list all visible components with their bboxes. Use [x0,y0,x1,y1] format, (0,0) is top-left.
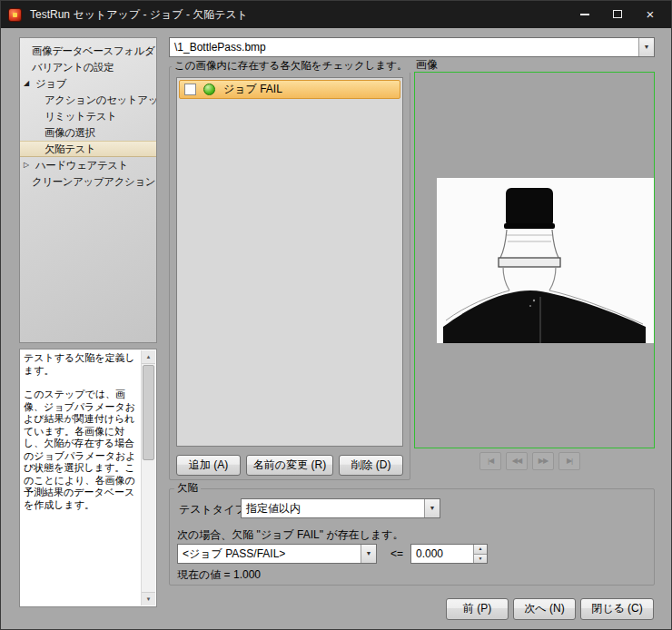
close-button[interactable]: × [638,5,662,24]
last-image-button[interactable]: ▶| [558,452,580,470]
add-button[interactable]: 追加 (A) [176,455,241,476]
maximize-button[interactable] [606,5,629,24]
test-type-dropdown[interactable]: 指定値以内 ▼ [241,498,440,518]
sidebar-item-cleanup-action[interactable]: クリーンアップアクション [20,173,156,190]
parameter-value: <ジョブ PASS/FAIL> [183,545,285,563]
bottle-image [415,73,654,448]
next-button[interactable]: 次へ (N) [513,598,576,620]
parameter-dropdown[interactable]: <ジョブ PASS/FAIL> ▼ [177,544,377,564]
sidebar-item-defect-test[interactable]: 欠陥テスト [20,141,156,157]
test-type-value: 指定値以内 [246,499,301,517]
minimize-icon [580,14,589,15]
checklist-group-label: この画像内に存在する各欠陥をチェックします。 [172,59,410,73]
previous-button[interactable]: 前 (P) [446,598,509,620]
sidebar-item-label: ハードウェアテスト [20,160,128,171]
defect-checkbox[interactable] [184,84,196,95]
threshold-value: 0.000 [416,545,443,563]
sidebar-item-image-selection[interactable]: 画像の選択 [20,124,156,141]
spin-down-icon[interactable]: ▼ [473,554,487,564]
sidebar-item-label: リミットテスト [20,111,117,122]
image-file-dropdown[interactable]: \1_BottlePass.bmp ▼ [169,37,655,57]
operator-label: <= [390,547,403,560]
test-type-label: テストタイプ: [179,502,249,517]
window-controls: × [573,5,662,24]
defect-list-item[interactable]: ジョブ FAIL [179,80,400,99]
image-display [414,72,655,448]
spinner-buttons: ▲ ▼ [473,545,487,563]
defect-item-label: ジョブ FAIL [223,82,282,97]
defect-list: ジョブ FAIL [176,77,403,447]
description-panel: テストする欠陥を定義します。 このステップでは、画像、ジョブパラメータおよび結果… [19,349,157,607]
current-value-text: 現在の値 = 1.000 [177,567,261,583]
window-title: TestRun セットアップ - ジョブ - 欠陥テスト [30,7,248,23]
sidebar-item-label: アクションのセットアップ [20,94,157,105]
defect-condition-group: 欠陥 テストタイプ: 指定値以内 ▼ 次の場合、欠陥 "ジョブ FAIL" が存… [169,488,655,586]
dropdown-arrow-icon[interactable]: ▼ [361,545,376,563]
collapse-arrow-icon[interactable]: ▷ [24,157,29,173]
description-text: テストする欠陥を定義します。 このステップでは、画像、ジョブパラメータおよび結果… [24,352,139,604]
sidebar-item-label: 画像データベースフォルダ [20,45,154,56]
defect-checklist-group: この画像内に存在する各欠陥をチェックします。 ジョブ FAIL 追加 (A) 名… [169,66,410,480]
image-file-value: \1_BottlePass.bmp [174,38,266,56]
setup-step-tree: 画像データベースフォルダ バリアントの設定 ◢ジョブ アクションのセットアップ … [19,37,157,343]
threshold-spinner[interactable]: 0.000 ▲ ▼ [410,544,488,564]
condition-text: 次の場合、欠陥 "ジョブ FAIL" が存在します。 [177,527,403,543]
description-body: このステップでは、画像、ジョブパラメータおよび結果が関連付けられています。各画像… [24,389,139,511]
defect-status-icon [203,84,215,95]
title-bar: TestRun セットアップ - ジョブ - 欠陥テスト × [1,1,671,28]
next-image-button[interactable]: ▶▶ [532,452,554,470]
app-icon [8,8,22,22]
checklist-buttons: 追加 (A) 名前の変更 (R) 削除 (D) [176,455,403,476]
scroll-down-icon[interactable]: ▼ [142,592,155,605]
maximize-icon [613,10,622,18]
sidebar-item-label: バリアントの設定 [20,62,114,73]
dropdown-arrow-icon[interactable]: ▼ [424,499,440,517]
sidebar-item-limit-test[interactable]: リミットテスト [20,108,156,124]
sidebar-item-action-setup[interactable]: アクションのセットアップ [20,92,156,108]
sidebar-item-job[interactable]: ◢ジョブ [20,75,156,92]
sidebar-item-image-database-folder[interactable]: 画像データベースフォルダ [20,43,156,59]
image-nav-buttons: |◀ ◀◀ ▶▶ ▶| [479,452,580,470]
first-image-button[interactable]: |◀ [479,452,501,470]
image-panel-label: 画像 [416,57,438,73]
sidebar-item-variant-settings[interactable]: バリアントの設定 [20,59,156,75]
sidebar-item-hardware-test[interactable]: ▷ハードウェアテスト [20,157,156,173]
previous-image-button[interactable]: ◀◀ [506,452,528,470]
scrollbar-thumb[interactable] [143,365,154,460]
description-intro: テストする欠陥を定義します。 [24,352,139,377]
close-dialog-button[interactable]: 閉じる (C) [580,598,654,620]
rename-button[interactable]: 名前の変更 (R) [246,455,333,476]
setup-wizard-window: TestRun セットアップ - ジョブ - 欠陥テスト × 画像データベースフ… [0,0,672,630]
scroll-up-icon[interactable]: ▲ [142,350,155,364]
minimize-button[interactable] [573,5,597,24]
spin-up-icon[interactable]: ▲ [473,545,487,554]
description-scrollbar[interactable]: ▲ ▼ [141,350,155,605]
expand-arrow-icon[interactable]: ◢ [24,75,29,92]
sidebar-item-label: 欠陥テスト [20,143,95,154]
delete-button[interactable]: 削除 (D) [339,455,403,476]
defect-group-label: 欠陥 [174,481,201,495]
sidebar-item-label: クリーンアップアクション [20,176,155,187]
sidebar-item-label: 画像の選択 [20,127,95,138]
dropdown-arrow-icon[interactable]: ▼ [638,38,654,56]
